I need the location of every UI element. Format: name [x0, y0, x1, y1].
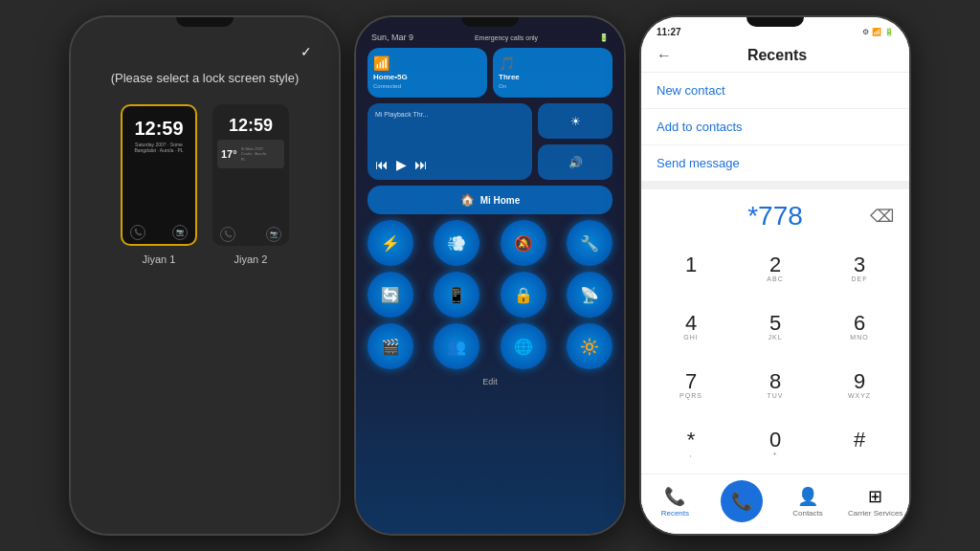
qs-btn-mute[interactable]: 🔕: [501, 220, 546, 266]
p3-key-num-star: *: [687, 430, 696, 451]
p3-send-message[interactable]: Send message: [641, 145, 909, 182]
ls-phone-icon: 📞: [130, 225, 145, 240]
photo-icon: 📱: [447, 286, 466, 304]
p3-call-btn[interactable]: 📞: [721, 480, 763, 522]
qs-btn-fan[interactable]: 💨: [434, 220, 479, 266]
p3-title: Recents: [683, 47, 871, 64]
p3-divider: [641, 182, 909, 189]
ls-preview-1[interactable]: 12:59 Saturday 2007 · SomeBangdalot · Au…: [121, 104, 197, 246]
qs-btn-sync[interactable]: 🔄: [368, 272, 413, 318]
p3-key-letters-star: ,: [690, 451, 693, 458]
phone1: ✓ (Please select a lock screen style) 12…: [71, 17, 339, 534]
p3-key-letters-7: PQRS: [679, 392, 702, 400]
ls-camera-icon: 📷: [172, 225, 188, 240]
p3-new-contact[interactable]: New contact: [641, 73, 909, 109]
qs-media-player: Mi Playback Thr... ⏮ ▶ ⏭: [368, 103, 532, 180]
p3-carrier-icon: ⊞: [868, 486, 882, 507]
p3-key-2[interactable]: 2 ABC: [733, 239, 817, 298]
qs-date: Sun, Mar 9: [371, 33, 413, 42]
p3-key-num-8: 8: [769, 371, 781, 392]
p3-key-star[interactable]: * ,: [649, 415, 733, 474]
qs-mi-home-text: Mi Home: [480, 195, 521, 206]
qs-tiles-row: 📶 Home•5G Connected 🎵 Three On: [368, 48, 612, 98]
p3-settings-icon: ⚙: [862, 28, 869, 36]
p3-dialer: *778 ⌫ 1 2 ABC 3 DEF: [641, 189, 909, 534]
phones-container: ✓ (Please select a lock screen style) 12…: [0, 0, 980, 551]
p3-backspace-btn[interactable]: ⌫: [870, 206, 894, 227]
ls-time-1: 12:59: [134, 118, 183, 140]
qs-btn-globe[interactable]: 🌐: [501, 323, 546, 369]
qs-btn-bright2[interactable]: 🔆: [567, 323, 612, 369]
qs-btn-tools[interactable]: 🔧: [567, 220, 612, 266]
p3-key-letters-9: WXYZ: [848, 392, 871, 400]
p3-key-4[interactable]: 4 GHI: [649, 298, 733, 356]
battery-icon: 🔋: [599, 33, 609, 42]
ls2-temp: 17°: [221, 148, 237, 160]
p3-key-9[interactable]: 9 WXYZ: [817, 357, 902, 415]
qs-btn-bluetooth[interactable]: ⚡: [368, 220, 413, 266]
p3-call-btn-center[interactable]: 📞: [721, 480, 763, 522]
brightness-icon: ☀: [570, 115, 581, 128]
qs-tile-wifi[interactable]: 📶 Home•5G Connected: [368, 48, 487, 98]
p3-key-1[interactable]: 1: [649, 239, 733, 298]
p3-status-icons: ⚙ 📶 🔋: [862, 28, 894, 36]
qs-btn-lock[interactable]: 🔒: [501, 272, 546, 318]
qs-emergency: Emergency calls only: [475, 34, 538, 41]
p3-status-bar: 11:27 ⚙ 📶 🔋: [641, 17, 909, 41]
qs-prev-btn[interactable]: ⏮: [375, 157, 389, 172]
p3-key-7[interactable]: 7 PQRS: [649, 357, 733, 415]
p3-carrier-label: Carrier Services: [848, 509, 902, 518]
phone1-screen: ✓ (Please select a lock screen style) 12…: [71, 17, 339, 534]
lockscreen-card-1[interactable]: 12:59 Saturday 2007 · SomeBangdalot · Au…: [121, 104, 197, 265]
p3-tab-contacts[interactable]: 👤 Contacts: [774, 486, 842, 518]
signal-icon: 🎵: [499, 55, 515, 71]
qs-status-icons: 🔋: [599, 33, 609, 42]
signal-icon-2: 📡: [580, 286, 599, 304]
qs-mi-home[interactable]: 🏠 Mi Home: [368, 186, 612, 214]
p3-key-3[interactable]: 3 DEF: [817, 239, 902, 298]
qs-btn-photo[interactable]: 📱: [434, 272, 479, 318]
p3-key-num-0: 0: [769, 430, 781, 451]
p3-tab-carrier[interactable]: ⊞ Carrier Services: [841, 486, 909, 518]
qs-btn-video[interactable]: 🎬: [368, 323, 413, 369]
p3-add-contact[interactable]: Add to contacts: [641, 109, 909, 145]
p3-back-btn[interactable]: ←: [657, 47, 672, 64]
p3-status-time: 11:27: [657, 27, 681, 37]
qs-tile-three[interactable]: 🎵 Three On: [493, 48, 612, 98]
p3-key-num-4: 4: [685, 313, 697, 334]
phone3: 11:27 ⚙ 📶 🔋 ← Recents New contact Add to…: [641, 17, 909, 534]
p3-key-0[interactable]: 0 +: [733, 415, 817, 474]
ls-preview-2[interactable]: 12:59 17° St.Malo 2007Couds · AurolaPL 📞…: [212, 104, 289, 246]
lockscreen-options: 12:59 Saturday 2007 · SomeBangdalot · Au…: [121, 104, 289, 265]
p3-key-num-3: 3: [854, 254, 865, 276]
ls-time-2: 12:59: [229, 116, 273, 136]
bright-icon: 🔆: [580, 338, 599, 356]
p3-key-6[interactable]: 6 MNO: [817, 298, 902, 356]
qs-btn-users[interactable]: 👥: [434, 323, 479, 369]
qs-play-btn[interactable]: ▶: [396, 157, 407, 172]
qs-media-title: Mi Playback Thr...: [375, 111, 524, 118]
lockscreen-card-2[interactable]: 12:59 17° St.Malo 2007Couds · AurolaPL 📞…: [212, 104, 289, 265]
qs-media-controls: ⏮ ▶ ⏭: [375, 157, 524, 172]
qs-edit-label[interactable]: Edit: [368, 377, 612, 386]
p3-key-5[interactable]: 5 JKL: [733, 298, 817, 356]
p3-key-letters-8: TUV: [768, 392, 784, 400]
p3-key-8[interactable]: 8 TUV: [733, 357, 817, 415]
qs-tile-three-name: Three: [499, 73, 520, 81]
p3-battery-icon: 🔋: [884, 28, 894, 36]
ls-label-2: Jiyan 2: [234, 253, 268, 265]
p3-bottom-bar: 📞 Recents 📞 👤 Contacts ⊞ Carrie: [641, 474, 909, 534]
p3-contacts-icon: 👤: [797, 486, 818, 507]
p3-key-num-6: 6: [854, 313, 865, 334]
p3-tab-recents[interactable]: 📞 Recents: [641, 486, 709, 518]
p3-key-hash[interactable]: #: [817, 415, 902, 474]
p3-key-letters-2: ABC: [767, 276, 783, 283]
tools-icon: 🔧: [580, 234, 599, 253]
qs-media-side: ☀ 🔊: [538, 103, 612, 180]
qs-btn-signal[interactable]: 📡: [567, 272, 612, 318]
globe-icon: 🌐: [514, 338, 533, 356]
qs-brightness-tile[interactable]: ☀: [538, 103, 612, 139]
qs-volume-tile[interactable]: 🔊: [538, 144, 612, 180]
qs-next-btn[interactable]: ⏭: [414, 157, 428, 172]
p3-key-num-1: 1: [685, 254, 697, 276]
